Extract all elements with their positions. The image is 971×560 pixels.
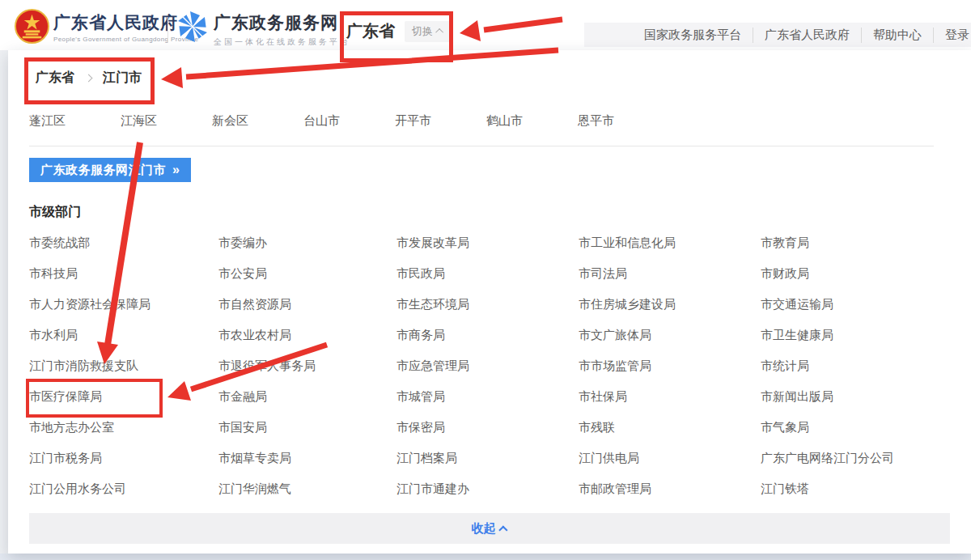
department-link[interactable]: 市市场监管局 <box>579 350 761 381</box>
breadcrumb: 广东省 江门市 <box>36 70 142 87</box>
top-header-bar: 广东省人民政府 People's Government of Guangdong… <box>0 0 971 50</box>
department-link[interactable]: 江门市消防救援支队 <box>29 350 218 381</box>
department-link[interactable]: 市教育局 <box>761 227 960 258</box>
district-tab[interactable]: 蓬江区 <box>29 113 66 129</box>
portal-pinwheel-icon <box>176 11 209 43</box>
department-link[interactable]: 江门供电局 <box>579 443 761 473</box>
district-tab[interactable]: 台山市 <box>303 113 340 129</box>
department-link[interactable]: 江门档案局 <box>396 443 579 473</box>
breadcrumb-province[interactable]: 广东省 <box>36 70 74 87</box>
district-tabs: 蓬江区江海区新会区台山市开平市鹤山市恩平市 <box>29 113 614 129</box>
department-link[interactable]: 市残联 <box>579 412 761 443</box>
department-link[interactable]: 市财政局 <box>761 258 960 289</box>
department-link[interactable]: 市司法局 <box>579 258 761 289</box>
department-link[interactable]: 市文广旅体局 <box>579 320 761 350</box>
department-link[interactable]: 市人力资源社会保障局 <box>29 289 218 320</box>
breadcrumb-city[interactable]: 江门市 <box>103 70 142 87</box>
department-link[interactable]: 江门铁塔 <box>761 473 960 504</box>
department-grid: 市委统战部市委编办市发展改革局市工业和信息化局市教育局市科技局市公安局市民政局市… <box>29 227 960 504</box>
national-emblem-icon <box>15 9 49 44</box>
department-link[interactable]: 市医疗保障局 <box>29 381 218 412</box>
tabs-divider <box>29 146 934 146</box>
department-link[interactable]: 市地方志办公室 <box>29 412 218 443</box>
region-selector[interactable]: 广东省 切换 <box>346 20 451 42</box>
portal-logo-subtitle: 全国一体化在线政务服务平台 <box>214 36 350 48</box>
department-link[interactable]: 市科技局 <box>29 258 218 289</box>
department-link[interactable]: 市新闻出版局 <box>761 381 960 412</box>
department-link[interactable]: 市农业农村局 <box>218 320 396 350</box>
department-link[interactable]: 市工业和信息化局 <box>579 227 761 258</box>
department-link[interactable]: 市卫生健康局 <box>761 320 960 350</box>
top-link[interactable]: 帮助中心 <box>861 28 933 43</box>
chevron-up-icon <box>435 28 443 36</box>
current-region-label: 广东省 <box>346 20 395 42</box>
department-link[interactable]: 市委统战部 <box>29 227 218 258</box>
department-link[interactable]: 市水利局 <box>29 320 218 350</box>
department-link[interactable]: 市烟草专卖局 <box>218 443 396 473</box>
region-dropdown-panel: 广东省 江门市 蓬江区江海区新会区台山市开平市鹤山市恩平市 广东政务服务网江门市… <box>8 50 971 554</box>
top-link[interactable]: 国家政务服务平台 <box>633 28 753 43</box>
top-link[interactable]: 广东省人民政府 <box>753 28 861 43</box>
collapse-bar[interactable]: 收起 <box>29 513 950 544</box>
district-tab[interactable]: 恩平市 <box>578 113 614 129</box>
department-link[interactable]: 市应急管理局 <box>396 350 579 381</box>
department-link[interactable]: 市发展改革局 <box>396 227 579 258</box>
department-link[interactable]: 市保密局 <box>396 412 579 443</box>
portal-logo-title: 广东政务服务网 <box>214 12 350 33</box>
top-links: 国家政务服务平台广东省人民政府帮助中心登录 <box>633 28 971 43</box>
collapse-label: 收起 <box>472 521 496 537</box>
department-link[interactable]: 江门市通建办 <box>396 473 579 504</box>
chevron-right-icon <box>85 74 93 83</box>
double-chevron-right-icon: » <box>172 163 180 177</box>
district-tab[interactable]: 鹤山市 <box>486 113 523 129</box>
page-background-bottom <box>0 554 971 560</box>
department-link[interactable]: 广东广电网络江门分公司 <box>761 443 960 473</box>
department-link[interactable]: 市气象局 <box>761 412 960 443</box>
department-link[interactable]: 市民政局 <box>396 258 579 289</box>
region-switch-button[interactable]: 切换 <box>405 21 451 42</box>
department-link[interactable]: 市退役军人事务局 <box>218 350 396 381</box>
logo-divider <box>167 17 168 43</box>
district-tab[interactable]: 新会区 <box>212 113 248 129</box>
top-link[interactable]: 登录 <box>933 28 971 43</box>
department-link[interactable]: 市金融局 <box>218 381 396 412</box>
region-switch-label: 切换 <box>412 24 433 39</box>
department-link[interactable]: 市公安局 <box>218 258 396 289</box>
department-link[interactable]: 江门公用水务公司 <box>29 473 218 504</box>
department-link[interactable]: 市生态环境局 <box>396 289 579 320</box>
department-link[interactable]: 市委编办 <box>218 227 396 258</box>
department-link[interactable]: 市邮政管理局 <box>579 473 761 504</box>
department-link[interactable]: 江门市税务局 <box>29 443 218 473</box>
department-link[interactable]: 市城管局 <box>396 381 579 412</box>
section-title: 市级部门 <box>29 204 81 221</box>
city-portal-button-label: 广东政务服务网江门市 <box>40 163 166 178</box>
department-link[interactable]: 市交通运输局 <box>761 289 960 320</box>
chevron-up-icon <box>498 525 507 534</box>
department-link[interactable]: 市国安局 <box>218 412 396 443</box>
district-tab[interactable]: 开平市 <box>395 113 431 129</box>
department-link[interactable]: 市住房城乡建设局 <box>579 289 761 320</box>
top-links-band: 国家政务服务平台广东省人民政府帮助中心登录 <box>584 23 971 47</box>
page-background-left <box>0 40 8 560</box>
department-link[interactable]: 江门华润燃气 <box>218 473 396 504</box>
city-portal-button[interactable]: 广东政务服务网江门市 » <box>29 158 191 182</box>
department-link[interactable]: 市商务局 <box>396 320 579 350</box>
department-link[interactable]: 市社保局 <box>579 381 761 412</box>
department-link[interactable]: 市统计局 <box>761 350 960 381</box>
district-tab[interactable]: 江海区 <box>121 113 157 129</box>
portal-logo[interactable]: 广东政务服务网 全国一体化在线政务服务平台 <box>214 12 350 48</box>
department-link[interactable]: 市自然资源局 <box>218 289 396 320</box>
